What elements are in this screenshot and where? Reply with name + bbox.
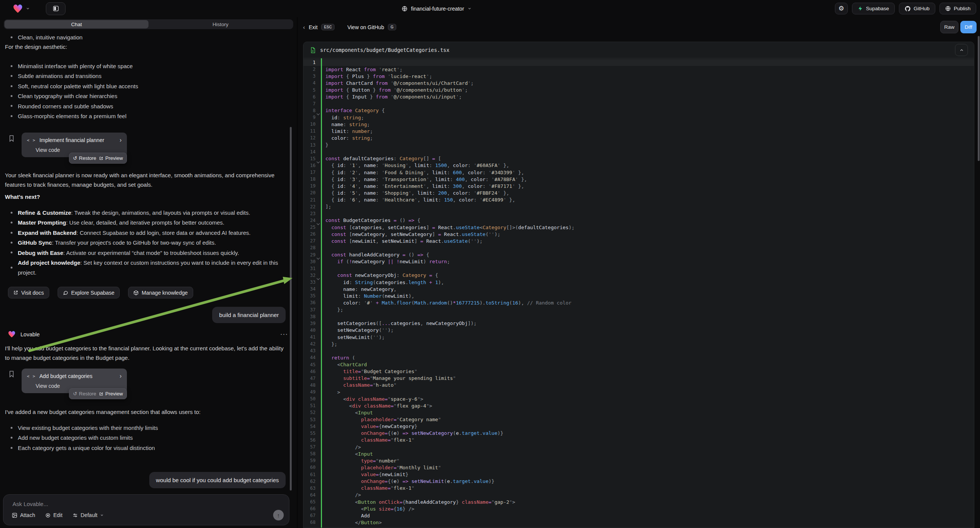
toggle-sidebar-button[interactable] <box>46 2 65 15</box>
explore-supabase-button[interactable]: Explore Supabase <box>57 287 120 299</box>
code-line: 44 return ( <box>304 354 974 361</box>
code-line: 28 <box>304 244 974 251</box>
snippet-title: Implement financial planner <box>40 137 104 143</box>
preview-button[interactable]: Preview <box>99 155 123 161</box>
code-line: 22]; <box>304 204 974 210</box>
sidebar-panel-icon <box>52 5 59 12</box>
publish-button[interactable]: Publish <box>939 3 976 14</box>
design-aesthetic-heading: For the design aesthetic: <box>5 44 67 50</box>
code-line: 51 <div className="flex gap-4"> <box>304 402 974 409</box>
visit-docs-button[interactable]: Visit docs <box>8 287 49 299</box>
assistant-intro-paragraph: I'll help you add budget categories to t… <box>5 344 288 363</box>
code-line: 3import { Plus } from 'lucide-react'; <box>304 73 974 80</box>
collapse-file-button[interactable] <box>955 44 968 56</box>
topbar: financial-future-creator ⚙ Supabase GitH… <box>0 0 980 17</box>
code-line: 32 const newCategoryObj: Category = { <box>304 272 974 279</box>
code-line: 26 const [newCategory, setNewCategory] =… <box>304 231 974 237</box>
code-line: 42 }; <box>304 340 974 347</box>
chat-bubble-icon <box>63 290 68 296</box>
view-on-github-button[interactable]: View on GitHub G <box>347 24 396 30</box>
attach-image-icon <box>12 512 18 518</box>
g-key-badge: G <box>388 24 396 30</box>
code-line: 8interface Category { <box>304 107 974 114</box>
supabase-button[interactable]: Supabase <box>852 3 895 14</box>
target-icon <box>45 512 51 518</box>
code-brackets-icon: < > <box>27 374 36 379</box>
restore-preview-pill-2: ↺ Restore Preview <box>69 388 127 399</box>
preview-button[interactable]: Preview <box>99 391 123 396</box>
chevron-right-icon: › <box>120 137 122 143</box>
sliders-icon <box>72 512 78 518</box>
code-line: 59 type="number" <box>304 457 974 464</box>
globe-icon <box>401 6 407 12</box>
code-panel-scrollbar-thumb[interactable] <box>978 36 980 161</box>
package-icon <box>134 290 138 296</box>
list-item: Clean typography with clear hierarchies <box>5 91 287 101</box>
code-line: 2import React from 'react'; <box>304 66 974 73</box>
mode-select[interactable]: Default <box>72 512 104 518</box>
code-area[interactable]: 12import React from 'react';3import { Pl… <box>304 58 974 528</box>
send-button[interactable]: ↑ <box>273 510 284 520</box>
code-line: 54 value={newCategory} <box>304 423 974 430</box>
code-line: 65 <Button onClick={handleAddCategory} c… <box>304 498 974 505</box>
manage-knowledge-button[interactable]: Manage knowledge <box>128 287 193 299</box>
github-button[interactable]: GitHub <box>899 3 935 14</box>
next-step-item: Debug with Ease: Activate our experiment… <box>5 248 281 258</box>
lovable-logo-icon[interactable] <box>13 4 23 13</box>
code-line: 60 placeholder="Monthly limit" <box>304 464 974 471</box>
esc-key-badge: esc <box>321 24 334 30</box>
logo-chevron-down-icon[interactable] <box>26 6 30 11</box>
code-line: 41 setNewLimit(''); <box>304 334 974 340</box>
code-panel-header: ‹ Exit esc View on GitHub G <box>303 21 396 33</box>
list-item: Minimalist interface with plenty of whit… <box>5 61 287 71</box>
code-line: 64 /> <box>304 491 974 498</box>
restore-button[interactable]: ↺ Restore <box>73 391 96 396</box>
whats-next-heading: What's next? <box>5 194 40 200</box>
file-header-row[interactable]: src/components/budget/BudgetCategories.t… <box>304 42 974 58</box>
next-step-item: Add project knowledge: Set key context o… <box>5 258 281 278</box>
chat-input[interactable]: Ask Lovable... <box>13 501 48 507</box>
tab-history[interactable]: History <box>148 20 293 29</box>
bookmark-icon[interactable] <box>9 371 14 378</box>
code-line: 58 <Input <box>304 450 974 457</box>
lovable-heart-icon <box>8 331 16 338</box>
diff-toggle-button[interactable]: Diff <box>960 21 977 33</box>
next-step-item: Expand with Backend: Connect Supabase to… <box>5 228 281 238</box>
chat-scrollbar-thumb[interactable] <box>290 127 292 490</box>
code-line: 40 setNewCategory(''); <box>304 327 974 334</box>
diff-added-gutter-bar <box>321 58 322 528</box>
settings-button[interactable]: ⚙ <box>835 3 848 14</box>
snippet-title: Add budget categories <box>40 373 92 379</box>
code-line: 61 value={newLimit} <box>304 471 974 478</box>
code-line: 67 Add <box>304 512 974 519</box>
code-line: 30 if (!newCategory || !newLimit) return… <box>304 258 974 265</box>
code-line: 6import { Input } from '@/components/ui/… <box>304 94 974 100</box>
code-line: 7 <box>304 100 974 107</box>
message-options-button[interactable]: ··· <box>281 331 289 337</box>
edit-button[interactable]: Edit <box>45 512 62 518</box>
code-line: 31 <box>304 265 974 272</box>
code-line: 47 subtitle="Manage your spending limits… <box>304 375 974 382</box>
project-switcher[interactable]: financial-future-creator <box>401 0 472 17</box>
tab-chat[interactable]: Chat <box>5 20 148 29</box>
arrow-up-icon: ↑ <box>277 512 280 518</box>
code-line: 57 /> <box>304 444 974 450</box>
restore-button[interactable]: ↺ Restore <box>73 155 96 161</box>
chat-composer[interactable]: Ask Lovable... Attach Edit Default ↑ <box>3 494 290 525</box>
raw-toggle-button[interactable]: Raw <box>940 21 958 33</box>
bookmark-icon[interactable] <box>9 135 14 142</box>
list-item: Soft, neutral color palette with light b… <box>5 81 287 91</box>
assistant-ready-paragraph: Your sleek financial planner is now read… <box>5 170 288 189</box>
next-step-item: Master Prompting: Use clear, detailed, a… <box>5 218 281 227</box>
added-bullet-list: View existing budget categories with the… <box>5 423 287 453</box>
view-code-link[interactable]: View code <box>36 147 122 153</box>
restore-icon: ↺ <box>73 155 77 161</box>
code-line: 20 { id: '5', name: 'Shopping', limit: 2… <box>304 189 974 196</box>
project-name: financial-future-creator <box>411 6 464 12</box>
list-item: View existing budget categories with the… <box>5 423 287 433</box>
code-line: 15const defaultCategories: Category[] = … <box>304 155 974 162</box>
next-step-item: GitHub Sync: Transfer your project's cod… <box>5 238 281 248</box>
exit-button[interactable]: Exit <box>309 24 317 30</box>
code-line: 13} <box>304 142 974 148</box>
attach-button[interactable]: Attach <box>12 512 35 518</box>
